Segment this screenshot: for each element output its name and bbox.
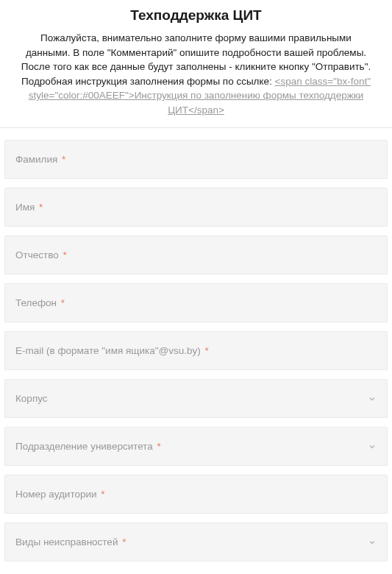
room-field[interactable]: Номер аудитории * [4,475,388,514]
building-label: Корпус [15,393,48,404]
support-form: Фамилия * Имя * Отчество * Телефон * E-m… [0,140,392,561]
surname-label: Фамилия [15,154,57,165]
divider [0,127,392,128]
department-label: Подразделение университета [15,441,153,452]
phone-field[interactable]: Телефон * [4,283,388,322]
required-marker: * [122,536,126,548]
required-marker: * [157,441,161,452]
department-select[interactable]: Подразделение университета * [4,427,388,466]
name-label: Имя [15,202,35,213]
page-title: Техподдержка ЦИТ [4,7,388,24]
chevron-down-icon [368,394,377,403]
chevron-down-icon [368,442,377,451]
required-marker: * [63,249,66,261]
phone-label: Телефон [15,297,57,308]
room-label: Номер аудитории [15,489,97,500]
required-marker: * [39,202,43,213]
form-description: Пожалуйста, внимательно заполните форму … [4,31,388,117]
fault-types-select[interactable]: Виды неисправностей * [4,522,388,561]
email-field[interactable]: E-mail (в формате "имя ящика"@vsu.by) * [4,331,388,370]
patronymic-label: Отчество [15,249,59,261]
patronymic-field[interactable]: Отчество * [4,235,388,274]
building-select[interactable]: Корпус [4,379,388,418]
surname-field[interactable]: Фамилия * [4,140,388,179]
required-marker: * [204,345,208,356]
name-field[interactable]: Имя * [4,188,388,227]
email-label: E-mail (в формате "имя ящика"@vsu.by) [15,345,201,356]
chevron-down-icon [368,538,377,547]
fault-types-label: Виды неисправностей [15,536,118,548]
required-marker: * [101,489,104,500]
required-marker: * [62,154,65,165]
required-marker: * [61,297,65,308]
